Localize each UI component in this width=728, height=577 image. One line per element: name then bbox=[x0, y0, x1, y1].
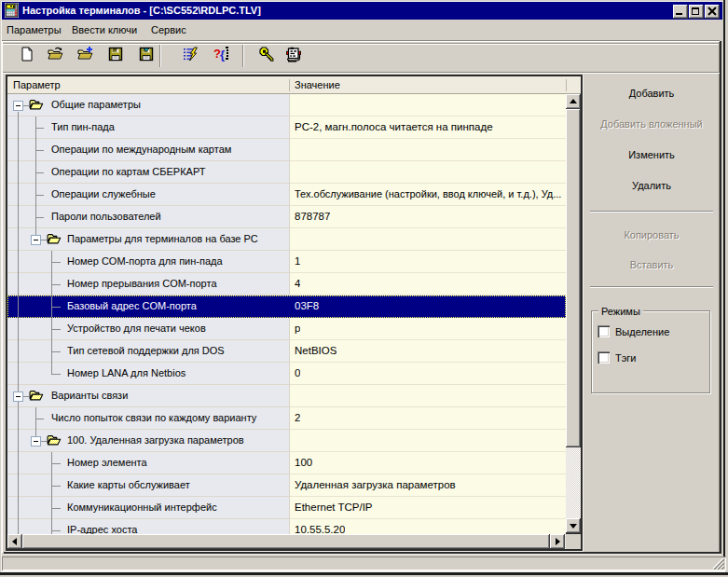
svg-text:{: { bbox=[220, 48, 225, 62]
